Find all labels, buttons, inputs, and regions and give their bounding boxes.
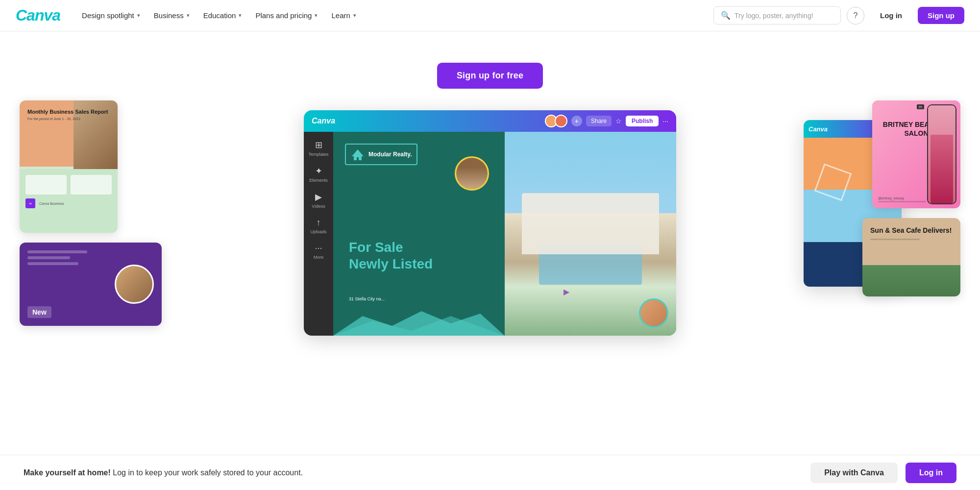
nav-learn[interactable]: Learn ▾ xyxy=(325,7,362,24)
new-badge: New xyxy=(27,306,51,318)
navbar: Canva Design spotlight ▾ Business ▾ Educ… xyxy=(0,0,980,31)
hero-cta-container: Sign up for free xyxy=(0,31,980,89)
nav-items: Design spotlight ▾ Business ▾ Education … xyxy=(76,7,713,24)
bottom-notification-bar: Make yourself at home! Log in to keep yo… xyxy=(0,455,980,490)
cafe-card-inner: Sun & Sea Cafe Delivers! xyxy=(862,218,960,296)
sidebar-videos[interactable]: ▶ Videos xyxy=(306,188,331,213)
sidebar-more[interactable]: ··· More xyxy=(306,239,331,264)
cursor-icon: ▶ xyxy=(564,287,569,296)
editor-body: ⊞ Templates ✦ Elements ▶ Videos ↑ Upload… xyxy=(304,132,676,336)
templates-icon: ⊞ xyxy=(315,140,322,150)
realty-right: ▶ xyxy=(505,132,676,336)
topbar-avatars xyxy=(545,115,567,127)
realty-heading: For Sale Newly Listed xyxy=(349,239,489,272)
more-options-button[interactable]: ··· xyxy=(662,117,668,125)
chevron-down-icon: ▾ xyxy=(315,12,318,19)
chevron-down-icon: ▾ xyxy=(239,12,242,19)
search-icon: 🔍 xyxy=(721,11,731,20)
svg-marker-0 xyxy=(352,149,364,160)
report-date: For the period of June 1 - 30, 2022 xyxy=(27,117,110,121)
login-button[interactable]: Log in xyxy=(870,7,912,24)
nav-business[interactable]: Business ▾ xyxy=(148,7,196,24)
star-icon: ☆ xyxy=(615,117,622,125)
sidebar-elements[interactable]: ✦ Elements xyxy=(306,162,331,187)
chevron-down-icon: ▾ xyxy=(137,12,140,19)
realty-logo-icon xyxy=(351,147,365,161)
phone-screen xyxy=(928,105,956,203)
play-with-canva-button[interactable]: Play with Canva xyxy=(810,463,898,483)
mountain-decoration xyxy=(333,306,505,336)
uploads-icon: ↑ xyxy=(317,218,321,228)
nav-plans-pricing[interactable]: Plans and pricing ▾ xyxy=(249,7,323,24)
realty-brand: Modular Realty. xyxy=(368,151,412,158)
realty-left: Modular Realty. For Sale Newly Listed 31… xyxy=(333,132,505,336)
purple-new-card: New xyxy=(20,243,162,326)
britney-beauty-card: [X] BRITNEY BEAUTY & SALON @britney_beau… xyxy=(872,100,960,208)
signup-button[interactable]: Sign up xyxy=(918,7,964,24)
purple-lines xyxy=(27,250,113,268)
avatar-2 xyxy=(555,115,567,127)
bottom-actions: Play with Canva Log in xyxy=(810,463,956,483)
center-editor: Canva + Share ☆ Publish ··· ⊞ xyxy=(304,110,676,336)
realty-address: 31 Stella City na... xyxy=(349,296,385,301)
bottom-login-button[interactable]: Log in xyxy=(906,463,956,483)
help-button[interactable]: ? xyxy=(847,7,864,24)
person-photo xyxy=(115,265,154,304)
realty-logo-area: Modular Realty. xyxy=(345,144,417,165)
card-bottom-section: ∞ Canva Business xyxy=(20,169,118,233)
nav-education[interactable]: Education ▾ xyxy=(197,7,248,24)
chevron-down-icon: ▾ xyxy=(353,12,356,19)
right-editor-logo: Canva xyxy=(808,125,828,133)
sidebar-templates[interactable]: ⊞ Templates xyxy=(306,136,331,161)
cards-area: Monthly Business Sales Report For the pe… xyxy=(0,100,980,355)
britney-card-inner: [X] BRITNEY BEAUTY & SALON @britney_beau… xyxy=(872,100,960,208)
hero-signup-button[interactable]: Sign up for free xyxy=(437,63,543,89)
more-icon: ··· xyxy=(315,243,322,253)
editor-topbar-right: + Share ☆ Publish ··· xyxy=(545,115,668,127)
agent-face xyxy=(456,158,488,189)
business-report-card: Monthly Business Sales Report For the pe… xyxy=(20,100,118,233)
report-title: Monthly Business Sales Report xyxy=(27,108,110,115)
card-purple-inner: New xyxy=(20,243,162,326)
editor-canvas: Modular Realty. For Sale Newly Listed 31… xyxy=(333,132,676,336)
add-collaborator-button[interactable]: + xyxy=(571,116,582,126)
sidebar-uploads[interactable]: ↑ Uploads xyxy=(306,214,331,238)
realty-card: Modular Realty. For Sale Newly Listed 31… xyxy=(333,132,676,336)
realty-agent-avatar xyxy=(455,156,489,191)
britney-badge: [X] xyxy=(917,104,924,109)
videos-icon: ▶ xyxy=(315,192,322,202)
bottom-agent-avatar xyxy=(639,298,668,328)
editor-topbar: Canva + Share ☆ Publish ··· xyxy=(304,110,676,132)
main-content: Sign up for free Monthly Business Sales … xyxy=(0,0,980,459)
elements-icon: ✦ xyxy=(315,166,322,176)
cafe-card: Sun & Sea Cafe Delivers! xyxy=(862,218,960,296)
chevron-down-icon: ▾ xyxy=(187,12,190,19)
bottom-message: Make yourself at home! Log in to keep yo… xyxy=(24,467,810,479)
canva-logo[interactable]: Canva xyxy=(16,6,60,24)
publish-button[interactable]: Publish xyxy=(626,116,659,126)
card-business-report-inner: Monthly Business Sales Report For the pe… xyxy=(20,100,118,233)
share-button[interactable]: Share xyxy=(586,116,612,126)
nav-design-spotlight[interactable]: Design spotlight ▾ xyxy=(76,7,146,24)
person-group xyxy=(115,243,154,326)
cafe-title: Sun & Sea Cafe Delivers! xyxy=(870,226,953,235)
editor-logo: Canva xyxy=(312,117,335,125)
editor-sidebar: ⊞ Templates ✦ Elements ▶ Videos ↑ Upload… xyxy=(304,132,333,336)
britney-phone-mockup xyxy=(927,104,956,204)
search-box[interactable]: 🔍 Try logo, poster, anything! xyxy=(713,6,841,24)
nav-right: 🔍 Try logo, poster, anything! ? Log in S… xyxy=(713,6,964,24)
